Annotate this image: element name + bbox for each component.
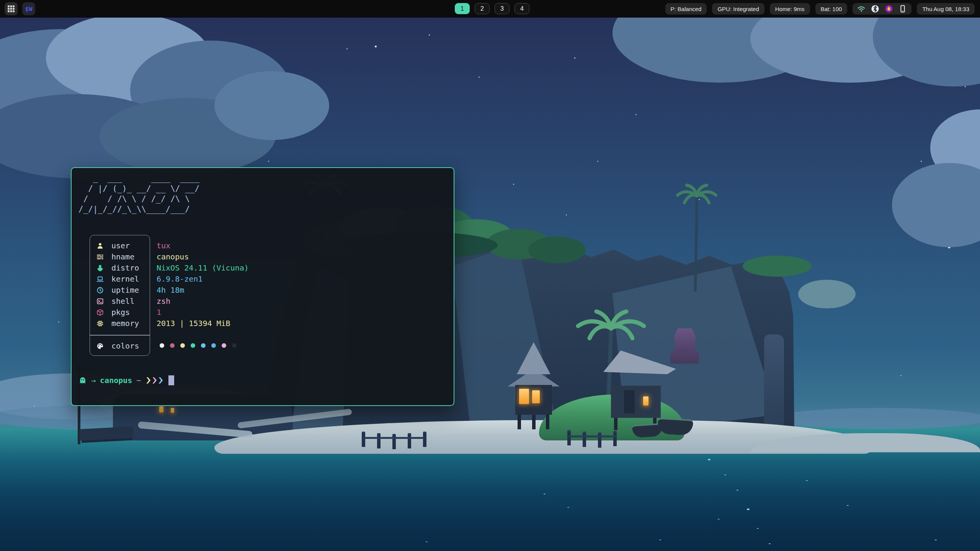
fetch-value: 4h 18m [157,285,184,295]
workspace-button-2[interactable]: 2 [475,3,490,14]
prompt-hostname: canopus [100,376,132,385]
prompt-chevrons [146,377,163,384]
text-cursor[interactable] [168,375,174,385]
fetch-label: shell [111,297,134,306]
grid-glyph [7,5,15,13]
clock-pill[interactable]: Thu Aug 08, 18:33 [917,3,975,15]
workspace-switcher: 1 2 3 4 [455,3,529,14]
fetch-label: uptime [111,285,139,295]
fetch-label: pkgs [111,308,130,317]
clock-icon [96,286,104,294]
palette-dot [160,343,164,348]
app-grid-icon[interactable] [5,2,18,15]
laptop-icon [96,275,104,283]
fetch-value: canopus [157,252,189,261]
package-icon [96,308,104,316]
fetch-table-divider [90,335,150,336]
palette-dot [211,343,216,348]
prompt-arrow: → [91,376,96,385]
home-latency-pill[interactable]: Home: 9ms [770,3,810,15]
rock-pillar [764,334,784,426]
terminal-window[interactable]: _ ___ ____ ____ / |/ (_)_ __/ __ \/ __/ … [71,167,454,406]
chip-icon [96,320,104,327]
palm-tree [674,182,720,293]
bluetooth-icon[interactable] [871,5,879,13]
fetch-value: 1 [157,308,161,317]
palette-dot [232,343,237,348]
fetch-value: zsh [157,297,170,306]
fetch-value: 2013 | 15394 MiB [157,319,230,328]
ghost-icon [78,376,87,385]
flame-icon[interactable] [885,5,893,13]
user-icon [96,242,104,249]
ocean-sparkles [0,18,2,18]
fetch-label: colors [111,341,139,350]
fetch-label: memory [111,319,139,328]
palette-dot [201,343,206,348]
palette-icon [96,342,104,350]
penguin-icon [96,264,104,272]
status-area: P: Balanced GPU: Integrated Home: 9ms Ba… [665,3,975,15]
color-palette [160,343,237,348]
prompt-path: ~ [136,376,141,385]
workspace-button-1[interactable]: 1 [455,3,470,14]
network-icon[interactable] [857,5,866,13]
palette-dot [222,343,226,348]
workspace-button-3[interactable]: 3 [495,3,510,14]
gpu-pill[interactable]: GPU: Integrated [712,3,764,15]
terminal-icon [96,297,104,305]
fetch-label: kernel [111,274,139,284]
workspace-button-4[interactable]: 4 [514,3,529,14]
palette-dot [180,343,185,348]
power-profile-pill[interactable]: P: Balanced [665,3,707,15]
battery-pill[interactable]: Bat: 100 [815,3,848,15]
palette-dot [191,343,195,348]
hostname-icon [96,253,104,261]
nixos-ascii-logo: _ ___ ____ ____ / |/ (_)_ __/ __ \/ __/ … [78,173,199,215]
sw-app-icon[interactable]: $W [22,2,35,15]
prompt-chevron [152,377,157,384]
fetch-label: hname [111,252,134,261]
fetch-value: 6.9.8-zen1 [157,274,203,284]
fetch-label: user [111,241,130,250]
fetch-value: NixOS 24.11 (Vicuna) [157,263,249,272]
system-tray [853,3,911,15]
phone-icon[interactable] [898,5,907,13]
status-bar: $W 1 2 3 4 P: Balanced GPU: Integrated H… [0,0,980,18]
prompt-chevron [146,377,150,384]
palette-dot [170,343,175,348]
fetch-label: distro [111,263,139,272]
sw-app-label: $W [25,5,32,13]
hut [504,342,564,430]
shell-prompt[interactable]: → canopus ~ [78,375,174,386]
fetch-value: tux [157,241,170,250]
prompt-chevron [158,377,163,384]
